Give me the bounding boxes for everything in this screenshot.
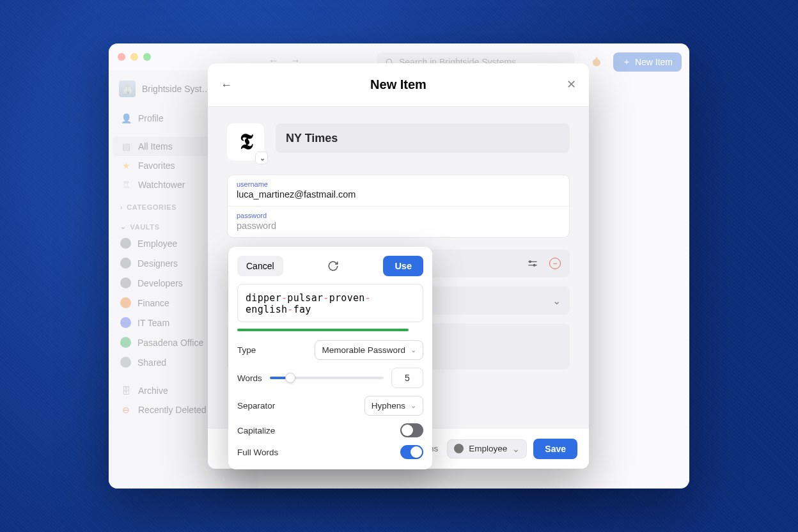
generated-password-field[interactable]: dipper-pulsar-proven-english-fay xyxy=(237,284,423,322)
password-field[interactable]: password password xyxy=(228,206,569,237)
settings-icon[interactable] xyxy=(528,258,538,269)
separator-label: Separator xyxy=(237,401,275,411)
capitalize-label: Capitalize xyxy=(237,426,275,435)
vault-select-value: Employee xyxy=(469,444,507,453)
chevron-down-icon: ⌄ xyxy=(552,295,561,307)
credentials-card: username luca_martinez@fastmail.com pass… xyxy=(227,175,570,238)
vault-icon xyxy=(454,444,464,453)
field-label: password xyxy=(237,212,560,219)
use-button-label: Use xyxy=(395,261,412,271)
full-words-toggle[interactable] xyxy=(400,445,423,459)
separator-select-value: Hyphens xyxy=(372,401,405,411)
chevron-down-icon: ⌄ xyxy=(411,346,416,354)
type-select-value: Memorable Password xyxy=(322,345,405,355)
password-placeholder: password xyxy=(237,221,560,231)
save-button-label: Save xyxy=(545,444,566,454)
full-words-label: Full Words xyxy=(237,448,278,457)
username-field[interactable]: username luca_martinez@fastmail.com xyxy=(228,175,569,206)
modal-back-button[interactable]: ← xyxy=(221,79,232,92)
regenerate-button[interactable] xyxy=(327,260,339,272)
save-button[interactable]: Save xyxy=(533,439,577,459)
cancel-button[interactable]: Cancel xyxy=(237,256,283,276)
item-title-value: NY Times xyxy=(286,132,338,145)
capitalize-toggle[interactable] xyxy=(400,423,423,437)
type-select[interactable]: Memorable Password ⌄ xyxy=(315,340,423,360)
cancel-button-label: Cancel xyxy=(246,261,274,271)
words-count-value: 5 xyxy=(405,373,410,383)
words-label: Words xyxy=(237,373,262,383)
modal-header: ← New Item ✕ xyxy=(208,63,589,107)
separator-select[interactable]: Hyphens ⌄ xyxy=(364,396,423,416)
field-label: username xyxy=(237,180,560,188)
password-generator-popover: Cancel Use dipper-pulsar-proven-english-… xyxy=(228,247,432,469)
words-slider[interactable] xyxy=(270,377,384,379)
type-label: Type xyxy=(237,345,256,355)
modal-close-button[interactable]: ✕ xyxy=(567,77,576,91)
words-count-input[interactable]: 5 xyxy=(391,368,423,388)
item-type-icon[interactable]: 𝕿 ⌄ xyxy=(227,123,264,160)
chevron-down-icon[interactable]: ⌄ xyxy=(255,152,268,164)
use-button[interactable]: Use xyxy=(383,256,423,276)
chevron-down-icon: ⌄ xyxy=(512,444,520,454)
chevron-down-icon: ⌄ xyxy=(411,402,416,410)
modal-title: New Item xyxy=(370,77,426,92)
vault-select[interactable]: Employee ⌄ xyxy=(447,439,527,458)
username-value: luca_martinez@fastmail.com xyxy=(237,189,560,199)
item-title-input[interactable]: NY Times xyxy=(276,123,570,153)
remove-section-button[interactable]: − xyxy=(549,258,561,269)
nytimes-logo-icon: 𝕿 xyxy=(240,130,251,155)
strength-meter xyxy=(237,329,409,331)
